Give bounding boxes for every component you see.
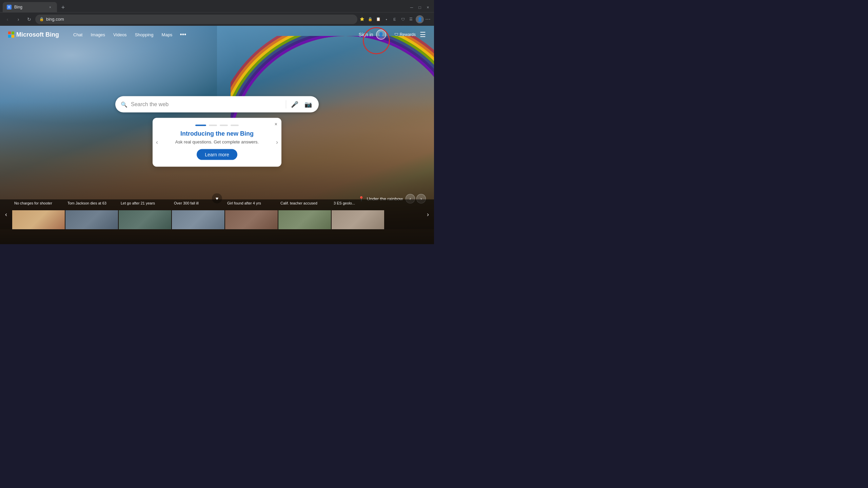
nav-link-maps[interactable]: Maps	[158, 30, 176, 39]
forward-button[interactable]: ›	[14, 15, 23, 24]
intro-title: Introducing the new Bing	[166, 130, 268, 137]
back-button[interactable]: ‹	[3, 15, 12, 24]
tab-favicon: B	[7, 5, 12, 9]
news-item[interactable]: Tom Jackson dies at 63	[65, 199, 118, 229]
news-item-image	[65, 210, 118, 229]
address-text: bing.com	[46, 17, 353, 22]
intro-card: ‹ › × Introducing the new Bing Ask real …	[153, 118, 281, 167]
bing-logo-text: Microsoft Bing	[16, 31, 59, 38]
search-input[interactable]	[131, 101, 282, 108]
close-window-button[interactable]: ×	[425, 4, 431, 11]
ms-logo-yellow	[12, 35, 14, 38]
ms-logo-blue	[8, 35, 11, 38]
new-tab-button[interactable]: +	[58, 3, 68, 12]
news-item-title: Tom Jackson dies at 63	[65, 199, 118, 210]
news-item-title: Over 300 fall ill	[172, 199, 224, 210]
news-item[interactable]: 3 ES geolo...	[332, 199, 384, 229]
news-item[interactable]: Over 300 fall ill	[172, 199, 224, 229]
nav-link-images[interactable]: Images	[87, 30, 108, 39]
sign-in-button[interactable]: Sign in 👤	[355, 27, 390, 42]
nav-link-chat[interactable]: Chat	[70, 30, 86, 39]
active-tab[interactable]: B Bing ×	[3, 2, 57, 12]
refresh-button[interactable]: ↻	[24, 15, 34, 24]
rewards-button[interactable]: 🛡 Rewards	[394, 32, 416, 37]
news-item-title: Calif. teacher accused	[278, 199, 331, 210]
lock-icon: 🔒	[39, 17, 44, 21]
intro-close-button[interactable]: ×	[275, 121, 277, 127]
news-strip: ‹ No charges for shooter Tom Jackson die…	[0, 199, 434, 229]
learn-more-button[interactable]: Learn more	[197, 149, 237, 160]
news-item-image	[332, 210, 384, 229]
microsoft-logo	[8, 32, 14, 38]
bing-logo: Microsoft Bing	[8, 31, 59, 38]
window-controls: ─ □ ×	[408, 4, 431, 12]
ext-icon-1[interactable]: 🔒	[367, 16, 374, 23]
news-items-container: No charges for shooter Tom Jackson dies …	[12, 199, 422, 229]
browser-window: B Bing × + ─ □ × ‹ › ↻ 🔒 bing.com ⭐ 🔒 📋 …	[0, 0, 434, 244]
news-item[interactable]: Girl found after 4 yrs	[225, 199, 278, 229]
intro-next-button[interactable]: ›	[276, 139, 278, 146]
news-item-image	[225, 210, 278, 229]
news-item[interactable]: Let go after 21 years	[119, 199, 171, 229]
search-area: 🔍 🎤 📷 ‹ › × Introducing the new Bing As	[115, 96, 319, 167]
nav-link-videos[interactable]: Videos	[110, 30, 130, 39]
ext-icon-5[interactable]: 🛡	[399, 16, 406, 23]
bing-navigation: Microsoft Bing Chat Images Videos Shoppi…	[0, 26, 434, 43]
sign-in-label: Sign in	[359, 32, 373, 37]
news-item-title: Girl found after 4 yrs	[225, 199, 278, 210]
ext-icon-6[interactable]: ☰	[408, 16, 414, 23]
tab-bar: B Bing × + ─ □ ×	[0, 0, 434, 12]
bing-nav-links: Chat Images Videos Shopping Maps •••	[70, 30, 189, 40]
news-item-image	[278, 210, 331, 229]
news-item-image	[172, 210, 224, 229]
address-bar[interactable]: 🔒 bing.com	[35, 15, 357, 24]
nav-link-shopping[interactable]: Shopping	[132, 30, 157, 39]
more-menu-button[interactable]: ⋯	[425, 16, 431, 22]
news-item[interactable]: Calif. teacher accused	[278, 199, 331, 229]
tab-close-button[interactable]: ×	[47, 4, 53, 10]
news-next-button[interactable]: ›	[422, 199, 434, 229]
bing-nav-right: Sign in 👤 🛡 Rewards ☰	[355, 27, 426, 42]
intro-prev-button[interactable]: ‹	[156, 139, 158, 146]
ms-logo-red	[8, 32, 11, 34]
intro-dots	[166, 125, 268, 126]
news-prev-button[interactable]: ‹	[0, 199, 12, 229]
ext-icon-4[interactable]: E	[391, 16, 398, 23]
search-divider	[286, 100, 286, 109]
search-icon: 🔍	[121, 101, 127, 108]
bing-page: Microsoft Bing Chat Images Videos Shoppi…	[0, 26, 434, 244]
ext-icon-2[interactable]: 📋	[375, 16, 382, 23]
extensions-area: ⭐	[359, 16, 366, 23]
intro-dot-3[interactable]	[220, 125, 228, 126]
intro-dot-1[interactable]	[195, 125, 206, 126]
intro-description: Ask real questions. Get complete answers…	[166, 139, 268, 144]
search-box[interactable]: 🔍 🎤 📷	[115, 96, 319, 113]
news-item-title: 3 ES geolo...	[332, 199, 384, 210]
microphone-icon[interactable]: 🎤	[290, 101, 300, 108]
visual-search-icon[interactable]: 📷	[303, 101, 313, 108]
minimize-button[interactable]: ─	[408, 4, 415, 11]
navigation-bar: ‹ › ↻ 🔒 bing.com ⭐ 🔒 📋 ▪ E 🛡 ☰ 👤 ⋯	[0, 12, 434, 26]
ext-icon-3[interactable]: ▪	[383, 16, 390, 23]
maximize-button[interactable]: □	[416, 4, 423, 11]
more-nav-items[interactable]: •••	[177, 30, 189, 40]
ms-logo-green	[12, 32, 14, 34]
intro-dot-2[interactable]	[209, 125, 217, 126]
intro-dot-4[interactable]	[231, 125, 239, 126]
sign-in-avatar: 👤	[376, 30, 386, 40]
tab-label: Bing	[14, 5, 45, 9]
news-item-title: No charges for shooter	[12, 199, 65, 210]
bottom-status-bar	[0, 229, 434, 244]
profile-button[interactable]: 👤	[416, 15, 424, 23]
news-item-title: Let go after 21 years	[119, 199, 171, 210]
news-item-image	[12, 210, 65, 229]
news-item[interactable]: No charges for shooter	[12, 199, 65, 229]
hamburger-menu[interactable]: ☰	[420, 31, 426, 39]
news-item-image	[119, 210, 171, 229]
nav-right-controls: ⭐ 🔒 📋 ▪ E 🛡 ☰ 👤 ⋯	[359, 15, 431, 23]
